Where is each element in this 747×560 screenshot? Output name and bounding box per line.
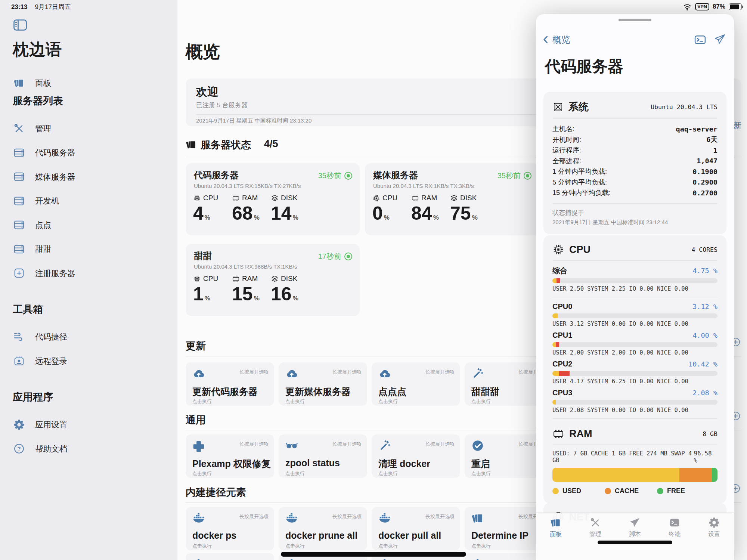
metric-header: DISK <box>450 194 489 202</box>
sidebar-item-1-1[interactable]: 远程登录 <box>0 349 177 373</box>
shortcut-card-title: docker ps <box>192 530 236 541</box>
cpu-usage-bar <box>552 313 717 318</box>
send-icon[interactable] <box>715 34 726 46</box>
metric-header: CPU <box>193 275 232 283</box>
divider <box>552 118 717 119</box>
metric-value: 0% <box>372 202 411 229</box>
status-age: 35秒前 <box>318 171 341 181</box>
metric-disk: DISK75% <box>450 194 489 229</box>
system-row-value: 0.1900 <box>692 168 717 176</box>
system-card-header: 系统Ubuntu 20.04.3 LTS <box>552 100 717 114</box>
shortcut-card[interactable] <box>186 553 274 560</box>
shortcut-card[interactable]: 长按展开选项点点点点击执行 <box>372 362 460 406</box>
sidebar-item-label: 管理 <box>35 123 51 134</box>
server-card-metrics: CPU0%RAM84%DISK75% <box>372 194 489 229</box>
terminal-icon <box>694 34 706 46</box>
sidebar-item-0-4[interactable]: 点点 <box>0 213 177 237</box>
server-icon <box>13 147 34 158</box>
system-row-value: qaq-server <box>676 125 717 133</box>
node-icon <box>552 101 564 112</box>
legend-item: CACHE <box>605 487 657 495</box>
server-status-card[interactable]: 媒体服务器35秒前Ubuntu 20.04.3 LTS RX:1KB/s TX:… <box>365 163 539 235</box>
shortcut-card[interactable]: 长按展开选项docker prune all点击执行 <box>279 507 367 550</box>
tab-面板[interactable]: 面板 <box>536 513 576 560</box>
shortcut-card[interactable]: 长按展开选项清理 docker点击执行 <box>372 434 460 478</box>
terminal-icon[interactable] <box>694 34 706 46</box>
layers-icon <box>471 512 484 525</box>
cpu-usage-row: CPU210.42 %USER 4.17 SYSTEM 6.25 IO 0.00… <box>552 360 717 385</box>
tab-脚本[interactable]: 脚本 <box>615 513 655 560</box>
cpu-row-percent: 3.12 % <box>692 303 717 310</box>
welcome-title: 欢迎 <box>196 84 218 100</box>
shortcut-card-title: zpool status <box>285 458 340 468</box>
system-row-label: 开机时间: <box>552 135 581 144</box>
sidebar-item-0-6[interactable]: 注册服务器 <box>0 261 177 285</box>
shortcut-card[interactable]: 长按展开选项docker ps点击执行 <box>186 507 274 550</box>
cpu-row-percent: 4.00 % <box>692 331 717 339</box>
legend-dot <box>657 488 663 494</box>
sidebar-item-2-1[interactable]: ?帮助文档 <box>0 437 177 461</box>
disk-icon <box>271 275 279 283</box>
server-status-card[interactable]: 代码服务器35秒前Ubuntu 20.04.3 LTS RX:15KB/s TX… <box>186 163 360 235</box>
tab-终端[interactable]: 终端 <box>655 513 694 560</box>
cpu-row-label: 综合 <box>552 266 567 276</box>
tab-label: 终端 <box>669 530 681 538</box>
wifi-icon <box>683 2 692 11</box>
sidebar-toggle-icon[interactable] <box>13 19 27 32</box>
layers-icon <box>13 77 34 89</box>
tools-icon <box>590 517 601 528</box>
sidebar-item-label: 远程登录 <box>35 356 67 366</box>
system-row-label: 主机名: <box>552 124 574 133</box>
shortcut-card[interactable]: 长按展开选项更新媒体服务器点击执行 <box>279 362 367 406</box>
back-button[interactable]: 概览 <box>541 34 570 46</box>
sidebar-item-0-3[interactable]: 开发机 <box>0 189 177 213</box>
sidebar-section-title: 工具箱 <box>13 303 43 316</box>
status-bar-left: 23:13 9月17日周五 <box>11 3 71 11</box>
shortcut-card[interactable]: 长按展开选项docker pull all点击执行 <box>372 507 460 550</box>
server-status-card[interactable]: 甜甜17秒前Ubuntu 20.04.3 LTS RX:988B/s TX:1K… <box>186 244 360 316</box>
server-card-metrics: CPU4%RAM68%DISK14% <box>193 194 310 229</box>
divider <box>552 203 717 204</box>
metric-unit: % <box>384 214 390 221</box>
home-indicator[interactable] <box>281 552 466 557</box>
cpu-card-title: CPU <box>569 244 591 256</box>
metric-header: CPU <box>372 194 411 202</box>
cpu-usage-bar <box>552 278 717 283</box>
server-card-name: 甜甜 <box>194 250 212 262</box>
status-age: 35秒前 <box>498 171 521 181</box>
tap-hint: 点击执行 <box>192 470 212 477</box>
svg-text:?: ? <box>17 445 21 452</box>
server-card-meta: Ubuntu 20.04.3 LTS RX:15KB/s TX:27KB/s <box>194 183 301 189</box>
panel-home-bar[interactable] <box>598 541 672 544</box>
shortcut-card[interactable]: 长按展开选项zpool status点击执行 <box>279 434 367 478</box>
sidebar-item-1-0[interactable]: 代码捷径 <box>0 325 177 349</box>
sidebar-item-0-5[interactable]: 甜甜 <box>0 237 177 261</box>
sidebar-item-0-0[interactable]: 管理 <box>0 117 177 140</box>
sidebar-item-dashboard[interactable]: 面板 <box>0 71 177 95</box>
sidebar-item-2-0[interactable]: 应用设置 <box>0 413 177 437</box>
plane-icon <box>715 34 726 45</box>
shortcut-card-title: docker pull all <box>378 530 441 541</box>
shortcut-card[interactable]: 长按展开选项Plexamp 权限修复点击执行 <box>186 434 274 478</box>
metric-label: CPU <box>382 194 397 202</box>
panel-grabber[interactable] <box>619 19 651 21</box>
cpu-usage-row: 综合4.75 %USER 2.50 SYSTEM 2.25 IO 0.00 NI… <box>552 266 717 292</box>
tab-设置[interactable]: 设置 <box>694 513 734 560</box>
metric-label: CPU <box>203 194 218 202</box>
layers-icon <box>550 517 561 528</box>
server-card-metrics: CPU1%RAM15%DISK16% <box>193 275 310 310</box>
sidebar-item-0-2[interactable]: 媒体服务器 <box>0 165 177 189</box>
system-row-value: 6天 <box>706 135 717 144</box>
cpu-cores: 4 CORES <box>691 246 717 253</box>
sidebar-section-title: 服务器列表 <box>13 94 63 108</box>
shortcut-card[interactable]: 长按展开选项更新代码服务器点击执行 <box>186 362 274 406</box>
tap-hint: 点击执行 <box>471 543 491 550</box>
tab-管理[interactable]: 管理 <box>576 513 615 560</box>
metric-unit: % <box>205 295 210 302</box>
metric-header: DISK <box>271 194 310 202</box>
system-row-label: 全部进程: <box>552 157 581 165</box>
app-title: 枕边语 <box>13 39 62 61</box>
tools-icon <box>13 123 34 134</box>
sidebar-item-0-1[interactable]: 代码服务器 <box>0 141 177 165</box>
system-row-label: 运行程序: <box>552 146 581 155</box>
